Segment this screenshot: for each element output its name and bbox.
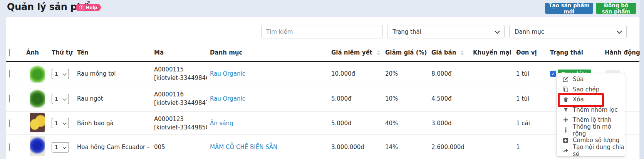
share-icon bbox=[562, 148, 569, 153]
category-link[interactable]: MÂM CỖ CHẾ BIẾN SẴN bbox=[210, 144, 277, 151]
product-name: Hoa hồng Cam Ecuador - 005 bbox=[74, 135, 151, 159]
category-link[interactable]: Rau Organic bbox=[210, 95, 245, 102]
product-code-ref: [kiotviet-33449846] bbox=[154, 74, 207, 82]
table-row: 1 Rau ngót A0000116[kiotviet-33449847] R… bbox=[6, 86, 639, 112]
promotion bbox=[470, 135, 513, 159]
sync-product-button[interactable]: Đồng bộ sản phẩm bbox=[596, 3, 636, 14]
menu-item-label: Combo số lượng bbox=[573, 137, 619, 144]
header-list-price-label: Giá niêm yết bbox=[331, 49, 372, 56]
plus-icon bbox=[562, 117, 569, 123]
promotion bbox=[470, 112, 513, 135]
header-sale-price-label: Giá bán bbox=[431, 49, 456, 56]
unit: 1 túi bbox=[513, 61, 547, 86]
product-code-ref: [kiotviet-33449847] bbox=[154, 99, 207, 107]
header-sale-price[interactable]: Giá bán bbox=[428, 44, 470, 61]
products-table: Ảnh Thứ tự Tên Mã Danh mục Giá niêm yết … bbox=[6, 44, 639, 159]
product-image bbox=[30, 113, 45, 132]
table-header-row: Ảnh Thứ tự Tên Mã Danh mục Giá niêm yết … bbox=[6, 44, 639, 61]
order-select[interactable]: 1 bbox=[52, 142, 69, 152]
menu-item-label: Xóa bbox=[573, 96, 584, 103]
status-filter-label: Trạng thái bbox=[392, 28, 421, 35]
header-image: Ảnh bbox=[23, 44, 49, 61]
product-image bbox=[30, 63, 45, 83]
header-promotion: Khuyến mại bbox=[470, 44, 513, 61]
select-all-checkbox[interactable] bbox=[9, 49, 10, 56]
product-name: Rau ngót bbox=[74, 86, 151, 112]
discount: 14% bbox=[382, 135, 428, 159]
list-price: 10.000đ bbox=[328, 61, 382, 86]
menu-item-label: Thêm nhóm lọc bbox=[573, 106, 617, 113]
unit: 1 cái bbox=[513, 112, 547, 135]
header-category: Danh mục bbox=[207, 44, 328, 61]
menu-item-delete[interactable]: Xóa bbox=[557, 94, 625, 104]
select-all-cell bbox=[6, 44, 23, 61]
category-filter-select[interactable]: Danh mục bbox=[509, 25, 627, 38]
info-icon bbox=[562, 127, 569, 133]
table-row: 1 Rau mồng tơi A0000115[kiotviet-3344984… bbox=[6, 61, 639, 86]
promotion bbox=[470, 86, 513, 112]
header-name: Tên bbox=[74, 44, 151, 61]
status-filter-select[interactable]: Trạng thái bbox=[387, 25, 505, 38]
category-link[interactable]: Ăn sáng bbox=[210, 120, 233, 127]
row-checkbox[interactable] bbox=[9, 119, 10, 127]
content-card: Trạng thái Danh mục Ảnh Thứ tự Tên Mã Da… bbox=[6, 17, 639, 159]
search-input[interactable] bbox=[261, 25, 383, 38]
menu-item-label: Sửa bbox=[573, 76, 584, 83]
product-name: Bánh bao gà bbox=[74, 112, 151, 135]
product-name: Rau mồng tơi bbox=[74, 61, 151, 86]
header-discount-label: Giảm giá (%) bbox=[385, 49, 427, 56]
header-status: Trạng thái bbox=[547, 44, 602, 61]
table-row: 1 Bánh bao gà A0000123[kiotviet-33449858… bbox=[6, 112, 639, 135]
sort-icon[interactable] bbox=[461, 50, 464, 55]
menu-item-add-filter-group[interactable]: Thêm nhóm lọc bbox=[557, 105, 625, 115]
product-code-ref: [kiotviet-33449858] bbox=[154, 123, 207, 132]
discount: 40% bbox=[382, 112, 428, 135]
order-value: 1 bbox=[55, 96, 58, 102]
unit: 1 túi bbox=[513, 86, 547, 112]
header-discount[interactable]: Giảm giá (%) bbox=[382, 44, 428, 61]
plus-square-icon bbox=[562, 137, 569, 143]
menu-item-extended-info[interactable]: Thông tin mở rộng bbox=[557, 125, 625, 135]
menu-item-create-share-content[interactable]: Tạo nội dung chia sẻ bbox=[557, 146, 625, 156]
category-link[interactable]: Rau Organic bbox=[210, 70, 245, 77]
row-checkbox[interactable] bbox=[9, 143, 10, 151]
chevron-down-icon bbox=[495, 28, 500, 33]
product-code: A0000123 bbox=[154, 115, 207, 123]
list-price: 5.000đ bbox=[328, 112, 382, 135]
sort-icon[interactable] bbox=[377, 50, 380, 55]
header-order: Thứ tự bbox=[49, 44, 74, 61]
unit: 1 bbox=[513, 135, 547, 159]
sale-price: 8.000đ bbox=[428, 61, 470, 86]
order-select[interactable]: 1 bbox=[52, 118, 69, 128]
chevron-down-icon bbox=[617, 28, 622, 33]
question-circle-icon bbox=[79, 5, 84, 10]
discount: 20% bbox=[382, 61, 428, 86]
scrollbar[interactable] bbox=[640, 0, 644, 159]
list-price: 5.000đ bbox=[328, 86, 382, 112]
sale-price: 4.500đ bbox=[428, 86, 470, 112]
sale-price: 3.000đ bbox=[428, 112, 470, 135]
row-checkbox[interactable] bbox=[9, 95, 10, 103]
help-badge[interactable]: Help bbox=[75, 4, 101, 11]
category-filter-label: Danh mục bbox=[515, 28, 544, 35]
menu-item-copy[interactable]: Sao chép bbox=[557, 84, 625, 94]
menu-item-edit[interactable]: Sửa bbox=[557, 74, 625, 84]
promotion bbox=[470, 61, 513, 86]
help-badge-label: Help bbox=[86, 5, 97, 10]
trash-icon bbox=[562, 97, 569, 103]
create-product-button[interactable]: Tạo sản phẩm mới bbox=[545, 3, 593, 14]
header-code: Mã bbox=[151, 44, 207, 61]
row-actions-menu: Sửa Sao chép Xóa Thêm nhóm lọc Thêm lộ t… bbox=[556, 73, 625, 157]
header-list-price[interactable]: Giá niêm yết bbox=[328, 44, 382, 61]
order-select[interactable]: 1 bbox=[52, 94, 69, 104]
order-select[interactable]: 1 bbox=[52, 69, 69, 79]
sale-price: 2.600.000đ bbox=[428, 135, 470, 159]
row-checkbox[interactable] bbox=[9, 70, 10, 78]
menu-item-label: Sao chép bbox=[573, 86, 599, 93]
product-code: A0000116 bbox=[154, 90, 207, 99]
status-checkbox[interactable] bbox=[550, 71, 556, 77]
product-image bbox=[30, 136, 45, 156]
table-row: 1 Hoa hồng Cam Ecuador - 005 005 MÂM CỖ … bbox=[6, 135, 639, 159]
order-value: 1 bbox=[55, 144, 58, 150]
order-value: 1 bbox=[55, 120, 58, 126]
